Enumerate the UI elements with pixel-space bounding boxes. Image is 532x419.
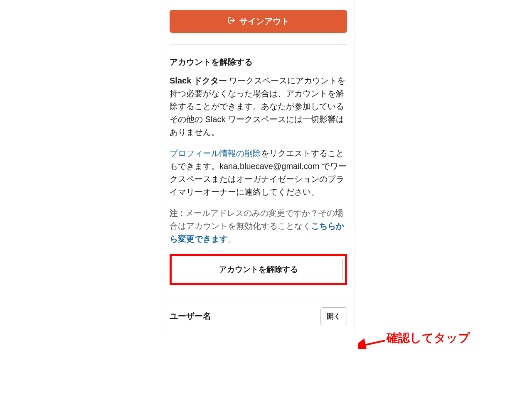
- highlight-annotation: アカウントを解除する: [170, 254, 347, 285]
- deactivate-note: 注 : メールアドレスのみの変更ですか？その場合はアカウントを無効化することなく…: [170, 207, 347, 245]
- workspace-name: Slack ドクター: [170, 76, 227, 85]
- divider: [170, 297, 347, 297]
- deactivate-title: アカウントを解除する: [170, 56, 347, 68]
- profile-delete-link[interactable]: プロフィール情報の削除: [170, 149, 261, 158]
- deactivate-account-button[interactable]: アカウントを解除する: [174, 258, 343, 281]
- deactivate-description-2: プロフィール情報の削除をリクエストすることもできます。kana.bluecave…: [170, 147, 347, 198]
- divider: [170, 44, 347, 45]
- arrow-annotation-icon: [358, 336, 387, 349]
- username-open-button[interactable]: 開く: [320, 307, 347, 325]
- deactivate-description-1: Slack ドクター ワークスペースにアカウントを持つ必要がなくなった場合は、ア…: [170, 74, 347, 139]
- settings-panel: サインアウト アカウントを解除する Slack ドクター ワークスペースにアカウ…: [162, 0, 355, 335]
- annotation-text: 確認してタップ: [387, 330, 470, 346]
- signout-button[interactable]: サインアウト: [170, 10, 347, 33]
- username-section: ユーザー名 開く: [170, 307, 347, 325]
- note-suffix: 。: [228, 234, 236, 243]
- note-label: 注 :: [170, 208, 183, 218]
- signout-icon: [228, 17, 235, 26]
- username-label: ユーザー名: [170, 311, 211, 322]
- svg-line-2: [362, 341, 385, 345]
- signout-label: サインアウト: [239, 16, 289, 27]
- owner-email: kana.bluecave@gmail.com: [219, 162, 319, 171]
